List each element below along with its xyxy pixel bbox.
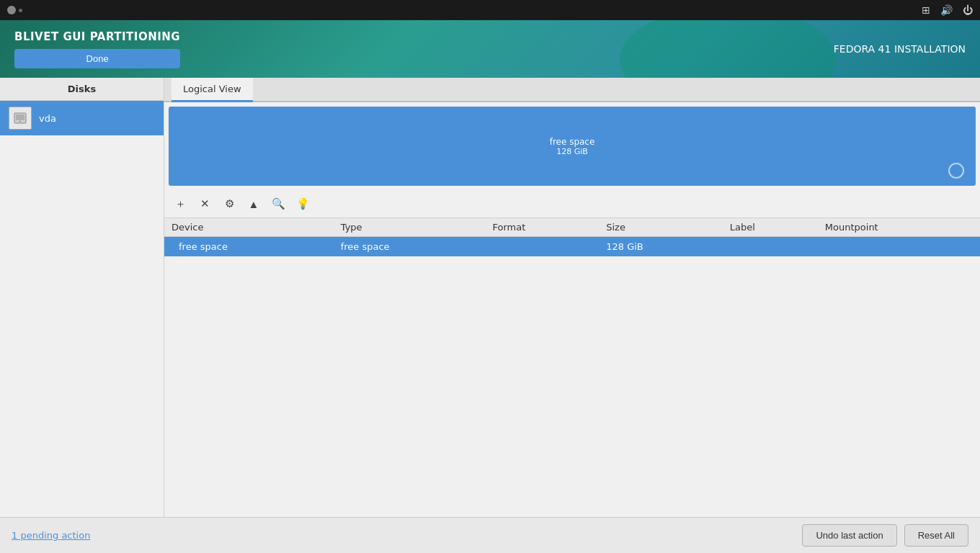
col-size: Size xyxy=(599,218,723,237)
bottom-bar: 1 pending action Undo last action Reset … xyxy=(0,517,980,553)
disk-icon xyxy=(9,107,32,130)
right-panel: Logical View free space 128 GiB ＋ ✕ ⚙ ▲ … xyxy=(164,78,980,517)
unmount-button[interactable]: ▲ xyxy=(242,193,265,215)
network-icon: ⊞ xyxy=(922,4,930,16)
window-dot xyxy=(19,9,22,12)
circle-indicator xyxy=(948,163,964,179)
row-mountpoint xyxy=(818,237,980,257)
power-icon[interactable]: ⏻ xyxy=(963,4,973,16)
svg-point-2 xyxy=(19,121,21,122)
system-bar: ⊞ 🔊 ⏻ xyxy=(0,0,980,20)
tab-bar: Logical View xyxy=(164,78,980,102)
volume-icon: 🔊 xyxy=(940,4,953,16)
row-type: free space xyxy=(334,237,486,257)
header-left: BLIVET GUI PARTITIONING Done xyxy=(14,30,180,68)
undo-button[interactable]: Undo last action xyxy=(802,524,896,547)
row-label xyxy=(723,237,818,257)
app-title: BLIVET GUI PARTITIONING xyxy=(14,30,180,43)
disk-visual-label: free space xyxy=(550,137,595,147)
partition-table: Device Type Format Size Label Mountpoint… xyxy=(164,218,980,517)
sidebar: Disks vda xyxy=(0,78,164,517)
system-bar-right: ⊞ 🔊 ⏻ xyxy=(922,4,973,16)
app-header: BLIVET GUI PARTITIONING Done FEDORA 41 I… xyxy=(0,20,980,78)
col-device: Device xyxy=(164,218,334,237)
reset-all-button[interactable]: Reset All xyxy=(904,524,968,547)
partitions-table: Device Type Format Size Label Mountpoint… xyxy=(164,218,980,257)
table-header-row: Device Type Format Size Label Mountpoint xyxy=(164,218,980,237)
pending-action-link[interactable]: 1 pending action xyxy=(12,530,90,541)
row-size: 128 GiB xyxy=(599,237,723,257)
col-label: Label xyxy=(723,218,818,237)
add-button[interactable]: ＋ xyxy=(169,193,192,215)
main-content: Disks vda Logical View free space 128 Gi… xyxy=(0,78,980,517)
disk-visual-size: 128 GiB xyxy=(550,147,595,156)
install-title: FEDORA 41 INSTALLATION xyxy=(834,43,966,55)
sidebar-title: Disks xyxy=(0,78,164,101)
done-button[interactable]: Done xyxy=(14,49,180,68)
system-bar-left xyxy=(7,6,22,14)
toolbar: ＋ ✕ ⚙ ▲ 🔍 💡 xyxy=(164,190,980,218)
window-button[interactable] xyxy=(7,6,16,14)
row-format xyxy=(485,237,599,257)
info-button[interactable]: 💡 xyxy=(291,193,314,215)
disk-visual[interactable]: free space 128 GiB xyxy=(169,107,976,186)
window-controls xyxy=(7,6,22,14)
tab-logical-view[interactable]: Logical View xyxy=(172,78,253,102)
resize-button[interactable]: 🔍 xyxy=(267,193,290,215)
col-type: Type xyxy=(334,218,486,237)
col-mountpoint: Mountpoint xyxy=(818,218,980,237)
col-format: Format xyxy=(485,218,599,237)
svg-rect-1 xyxy=(16,114,24,120)
row-device: free space xyxy=(164,237,334,257)
remove-button[interactable]: ✕ xyxy=(193,193,216,215)
edit-button[interactable]: ⚙ xyxy=(218,193,241,215)
disk-visual-text: free space 128 GiB xyxy=(550,137,595,156)
bottom-buttons: Undo last action Reset All xyxy=(802,524,968,547)
table-row[interactable]: free space free space 128 GiB xyxy=(164,237,980,257)
disk-item-vda[interactable]: vda xyxy=(0,101,164,135)
disk-name: vda xyxy=(39,113,56,124)
